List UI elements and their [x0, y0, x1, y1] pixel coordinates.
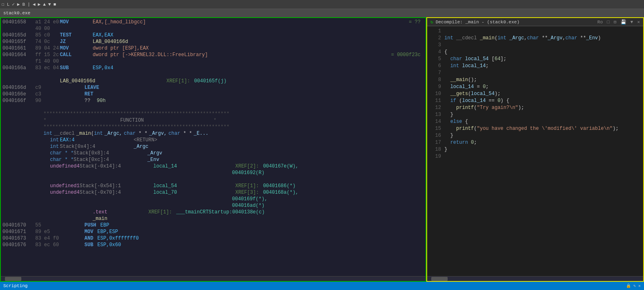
decompile-scroll[interactable]: 1 2 int __cdecl _main(int _Argc,char **_…: [427, 26, 643, 276]
decompile-btn-copy[interactable]: □: [607, 20, 610, 25]
toolbar-icon-3[interactable]: ✓: [12, 2, 15, 7]
code-line-16: 16 }: [430, 132, 641, 139]
app-title: stack0.exe: [3, 11, 30, 16]
toolbar-icon-1[interactable]: ☐: [2, 2, 5, 7]
decompile-hscrollbar[interactable]: [427, 276, 643, 281]
param-row: undefined4 Stack[-0x70]:4 local_70 XREF[…: [2, 189, 424, 196]
param-row: 00401692(R): [2, 170, 424, 176]
toolbar-icon-5[interactable]: B: [22, 2, 25, 7]
toolbar: ☐ L ✓ ▶ B | ◀ ▶ ▲ ▼ ■: [0, 0, 644, 9]
toolbar-icon-7[interactable]: ▼: [48, 2, 51, 7]
status-lock-icon: 🔒: [626, 283, 631, 288]
toolbar-separator: |: [27, 2, 30, 7]
decompile-btn-save[interactable]: 💾: [621, 19, 626, 25]
section-row: .text XREF[1]: ___tmainCRTStartup:004013…: [2, 209, 424, 215]
table-row: 00401664 ff 15 2c CALL dword ptr [->KERN…: [2, 52, 424, 58]
code-line-5: 5 char local_54 [64];: [430, 56, 641, 63]
table-row: 00401676 83 ec 60 SUB ESP,0x60: [2, 242, 424, 248]
decompile-hscrollbar-thumb[interactable]: [431, 277, 448, 281]
table-row: 0040166a 83 ec 04 SUB ESP,0x4: [2, 65, 424, 71]
table-row: 00401671 89 e5 MOV EBP,ESP: [2, 229, 424, 235]
table-row: 0040166e c3 RET: [2, 91, 424, 97]
param-row: undefined1 Stack[-0x54]:1 local_54 XREF[…: [2, 183, 424, 189]
code-line-9: 9 local_14 = 0;: [430, 84, 641, 91]
code-line-10: 10 __gets(local_54);: [430, 91, 641, 97]
func-separator-bot: ****************************************…: [2, 124, 424, 130]
disasm-panel: 00401658 a1 24 e0 MOV EAX,[_hmod_libgcc]…: [0, 17, 426, 282]
code-line-6: 6 int local_14;: [430, 63, 641, 70]
param-row: undefined4 Stack[-0x14]:4 local_14 XREF[…: [2, 163, 424, 170]
table-row: 0040166f 90 ?? 90h: [2, 97, 424, 104]
toolbar-icon-6[interactable]: ▲: [43, 2, 46, 7]
code-line-1: 1: [430, 28, 641, 35]
toolbar-icon-4[interactable]: ▶: [17, 2, 20, 7]
table-row: 0040166d c9 LEAVE: [2, 84, 424, 91]
param-row: char * * Stack[0xc]:4 _Env: [2, 156, 424, 163]
status-label: Scripting: [3, 283, 27, 288]
table-row: [2, 104, 424, 111]
param-row: 004016ad(*): [2, 202, 424, 209]
toolbar-icon-2[interactable]: L: [7, 2, 10, 7]
disasm-hscrollbar-thumb[interactable]: [5, 277, 21, 281]
param-row: 0040169f(*),: [2, 196, 424, 202]
decompile-title-bar: ↻ Decompile: _main - (stack0.exe) Ro □ ⊟…: [427, 18, 643, 26]
table-row: [2, 71, 424, 78]
table-row: 00401661 89 04 24 MOV dword ptr [ESP],EA…: [2, 45, 424, 52]
code-line-15: 15 printf("you have changed the \'modifi…: [430, 125, 641, 132]
table-row: 00401670 55 PUSH EBP: [2, 222, 424, 229]
param-row: int Stack[0x4]:4 _Argc: [2, 143, 424, 150]
decompile-btn-close[interactable]: ✕: [637, 19, 640, 25]
table-row: LAB_0040166d XREF[1]: 0040165f(j): [2, 78, 424, 84]
decompile-btn-expand[interactable]: ⊟: [614, 19, 617, 25]
main-content: 00401658 a1 24 e0 MOV EAX,[_hmod_libgcc]…: [0, 17, 644, 282]
decompile-panel: ↻ Decompile: _main - (stack0.exe) Ro □ ⊟…: [426, 17, 644, 282]
status-close-icon: ✕: [638, 283, 641, 288]
func-header: * FUNCTION *: [2, 117, 424, 124]
code-line-2: 2 int __cdecl _main(int _Argc,char **_Ar…: [430, 35, 641, 42]
decompile-title: Decompile: _main - (stack0.exe): [436, 20, 520, 25]
func-label-row: _main: [2, 215, 424, 222]
disasm-scroll[interactable]: 00401658 a1 24 e0 MOV EAX,[_hmod_libgcc]…: [1, 18, 426, 276]
toolbar-nav-fwd[interactable]: ▶: [38, 2, 41, 7]
code-line-19: 19: [430, 153, 641, 160]
code-line-18: 18 }: [430, 146, 641, 153]
table-row: 00401658 a1 24 e0 MOV EAX,[_hmod_libgcc]…: [2, 19, 424, 25]
code-line-7: 7: [430, 70, 641, 77]
table-row: 0040165f 74 0c JZ LAB_0040166d: [2, 39, 424, 45]
table-row: 40 00: [2, 25, 424, 32]
code-line-8: 8 __main();: [430, 77, 641, 84]
toolbar-nav-back[interactable]: ◀: [33, 2, 36, 7]
decompile-btn-ro[interactable]: Ro: [597, 20, 603, 25]
table-row: f1 40 00: [2, 58, 424, 65]
status-edit-icon: ✎: [633, 283, 636, 288]
decompile-btn-menu[interactable]: ▼: [630, 20, 633, 25]
code-line-17: 17 return 0;: [430, 139, 641, 146]
code-line-14: 14 else {: [430, 118, 641, 125]
table-row: 00401673 83 e4 f0 AND ESP,0xfffffff0: [2, 235, 424, 242]
func-sig: int __cdecl _main ( int _Argc, char * * …: [2, 130, 424, 137]
disasm-hscrollbar[interactable]: [1, 276, 426, 281]
title-bar: stack0.exe: [0, 9, 644, 17]
func-separator-top: ****************************************…: [2, 111, 424, 117]
status-bar: Scripting 🔒 ✎ ✕: [0, 282, 644, 290]
param-row: [2, 176, 424, 183]
code-line-4: 4 {: [430, 49, 641, 56]
param-row: int EAX:4 <RETURN>: [2, 137, 424, 143]
toolbar-icon-8[interactable]: ■: [53, 2, 56, 7]
param-row: char * * Stack[0x8]:4 _Argv: [2, 150, 424, 156]
table-row: 0040165d 85 c0 TEST EAX,EAX: [2, 32, 424, 39]
code-line-3: 3: [430, 42, 641, 49]
code-line-11: 11 if (local_14 == 0) {: [430, 97, 641, 104]
code-line-13: 13 }: [430, 111, 641, 118]
decompile-refresh-icon[interactable]: ↻: [430, 19, 433, 25]
toolbar-icons: ☐ L ✓ ▶ B | ◀ ▶ ▲ ▼ ■: [2, 2, 56, 7]
code-line-12: 12 printf("Try again?\n");: [430, 104, 641, 111]
